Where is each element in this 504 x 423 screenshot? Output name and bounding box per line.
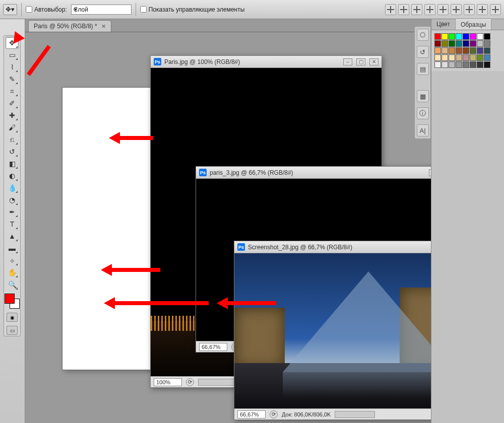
swatch[interactable] [470, 40, 476, 47]
horizontal-scrollbar[interactable] [335, 411, 375, 418]
zoom-field[interactable]: 66,67% [199, 343, 227, 351]
window-titlebar[interactable]: Ps paris_3.jpg @ 66,7% (RGB/8#) – ▢ ✕ [196, 167, 467, 179]
swatch[interactable] [449, 54, 455, 61]
swatch[interactable] [456, 40, 462, 47]
swatch[interactable] [456, 54, 462, 61]
swatch[interactable] [484, 40, 490, 47]
swatch[interactable] [484, 33, 490, 40]
auto-select-input[interactable] [26, 6, 32, 13]
swatch[interactable] [470, 47, 476, 54]
swatch[interactable] [442, 47, 448, 54]
swatch[interactable] [463, 40, 469, 47]
align-top[interactable] [385, 4, 396, 15]
swatch[interactable] [470, 54, 476, 61]
foreground-color[interactable] [5, 294, 15, 304]
swatch[interactable] [442, 61, 448, 68]
info-icon[interactable]: ⓘ [417, 107, 429, 119]
swatch[interactable] [463, 47, 469, 54]
3d-tool[interactable]: ⟐ [6, 254, 19, 266]
shape-tool[interactable]: ▬ [6, 242, 19, 254]
pen-tool[interactable]: ✒ [6, 206, 19, 218]
swatch[interactable] [449, 40, 455, 47]
swatch[interactable] [449, 33, 455, 40]
swatch[interactable] [477, 40, 483, 47]
show-controls-input[interactable] [140, 6, 147, 13]
swatch[interactable] [477, 61, 483, 68]
brush-tool[interactable]: 🖌 [6, 121, 19, 133]
swatch[interactable] [463, 54, 469, 61]
align-right[interactable] [451, 4, 462, 15]
swatch[interactable] [434, 54, 441, 61]
swatch[interactable] [477, 54, 483, 61]
window-titlebar[interactable]: Ps Paris.jpg @ 100% (RGB/8#) – ▢ ✕ [151, 56, 382, 68]
history-icon[interactable]: ↺ [417, 46, 429, 58]
maximize-button[interactable]: ▢ [356, 58, 365, 65]
swatch[interactable] [434, 47, 441, 54]
info-icon[interactable]: ⟳ [270, 410, 278, 418]
gradient-tool[interactable]: ◐ [6, 170, 19, 182]
auto-align[interactable] [490, 4, 501, 15]
channels-icon[interactable]: ▦ [417, 90, 429, 102]
path-select-tool[interactable]: ▲ [6, 230, 19, 242]
close-icon[interactable]: ✕ [101, 23, 106, 30]
swatch[interactable] [463, 33, 469, 40]
align-hmid[interactable] [437, 4, 449, 15]
tab-color[interactable]: Цвет [431, 19, 456, 30]
swatch[interactable] [434, 40, 441, 47]
swatch[interactable] [470, 61, 476, 68]
swatch[interactable] [463, 61, 469, 68]
eraser-tool[interactable]: ◧ [6, 158, 19, 170]
info-icon[interactable]: ⟳ [186, 378, 194, 386]
lasso-tool[interactable]: ⌇ [6, 61, 19, 73]
show-controls-checkbox[interactable]: Показать управляющие элементы [140, 6, 245, 13]
quick-select-tool[interactable]: ✎ [6, 73, 19, 85]
character-icon[interactable]: A| [417, 124, 429, 136]
align-left[interactable] [424, 4, 435, 15]
color-swatches[interactable] [5, 294, 20, 309]
swatch[interactable] [456, 61, 462, 68]
screen-mode-button[interactable]: ▭ [7, 326, 18, 335]
swatch[interactable] [477, 33, 483, 40]
swatch[interactable] [442, 54, 448, 61]
zoom-field[interactable]: 100% [154, 378, 182, 386]
crop-tool[interactable]: ⌗ [6, 85, 19, 97]
layers-icon[interactable]: ▤ [417, 63, 429, 75]
quick-mask-button[interactable]: ◉ [7, 313, 18, 322]
auto-select-checkbox[interactable]: Автовыбор: [26, 6, 67, 13]
swatch[interactable] [434, 33, 441, 40]
swatch[interactable] [456, 33, 462, 40]
align-vmid[interactable] [398, 4, 409, 15]
swatch[interactable] [449, 61, 455, 68]
distribute-v[interactable] [477, 4, 488, 15]
history-brush-tool[interactable]: ↺ [6, 146, 19, 158]
minimize-button[interactable]: – [343, 58, 352, 65]
zoom-tool[interactable]: 🔍 [6, 278, 19, 291]
swatch[interactable] [484, 54, 490, 61]
swatch[interactable] [434, 61, 441, 68]
align-bottom[interactable] [411, 4, 422, 15]
swatch[interactable] [449, 47, 455, 54]
distribute-h[interactable] [464, 4, 475, 15]
marquee-tool[interactable]: ▭ [6, 49, 19, 61]
blur-tool[interactable]: 💧 [6, 182, 19, 194]
swatch[interactable] [442, 33, 448, 40]
swatch[interactable] [456, 47, 462, 54]
swatch[interactable] [484, 47, 490, 54]
tab-swatches[interactable]: Образцы [456, 19, 491, 30]
swatch[interactable] [470, 33, 476, 40]
zoom-field[interactable]: 66,67% [237, 410, 266, 418]
stamp-tool[interactable]: ⎌ [6, 133, 19, 146]
swatch[interactable] [484, 61, 490, 68]
move-tool[interactable]: ✥ [6, 37, 19, 49]
type-tool[interactable]: T [6, 218, 19, 230]
eyedropper-tool[interactable]: ✐ [6, 97, 19, 109]
document-tab[interactable]: Paris @ 50% (RGB/8) * ✕ [28, 20, 111, 32]
auto-select-dropdown[interactable]: Слой ▼ [71, 5, 132, 15]
navigator-icon[interactable]: ⎔ [417, 29, 429, 41]
dodge-tool[interactable]: ◔ [6, 194, 19, 206]
healing-tool[interactable]: ✚ [6, 109, 19, 121]
hand-tool[interactable]: ✋ [6, 266, 19, 278]
close-button[interactable]: ✕ [369, 58, 379, 65]
swatch[interactable] [442, 40, 448, 47]
swatch[interactable] [477, 47, 483, 54]
